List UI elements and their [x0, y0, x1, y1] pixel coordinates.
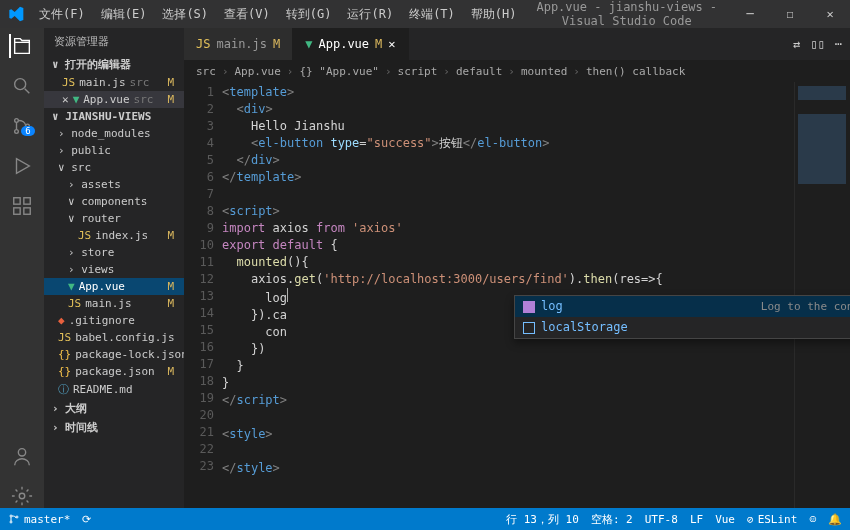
breadcrumb-item[interactable]: App.vue — [235, 65, 281, 78]
tree-item[interactable]: {} package.jsonM — [44, 363, 184, 380]
sync-status[interactable]: ⟳ — [82, 513, 91, 526]
menu-item[interactable]: 转到(G) — [279, 2, 339, 27]
compare-changes-icon[interactable]: ⇄ — [793, 37, 800, 51]
code-editor[interactable]: 1234567891011121314151617181920212223 <t… — [184, 82, 850, 508]
maximize-button[interactable]: ☐ — [770, 0, 810, 28]
tree-item[interactable]: › public — [44, 142, 184, 159]
notifications-icon[interactable]: 🔔 — [828, 512, 842, 527]
suggest-item[interactable]: localStorage — [515, 317, 850, 338]
breadcrumb-item[interactable]: {} "App.vue" — [299, 65, 378, 78]
tree-item[interactable]: ∨ router — [44, 210, 184, 227]
svg-point-0 — [15, 79, 26, 90]
editor-tabs: JS main.js M▼ App.vue M ✕ ⇄ ▯▯ ⋯ — [184, 28, 850, 60]
svg-point-2 — [15, 130, 19, 134]
tree-item[interactable]: › assets — [44, 176, 184, 193]
status-bar: master* ⟳ 行 13，列 10 空格: 2 UTF-8 LF Vue ⊘… — [0, 508, 850, 530]
svg-point-1 — [15, 119, 19, 123]
account-icon[interactable] — [10, 444, 34, 468]
window-title: App.vue - jianshu-views - Visual Studio … — [524, 0, 731, 28]
tree-item[interactable]: JS babel.config.js — [44, 329, 184, 346]
open-editor-item[interactable]: ✕ ▼ App.vue srcM — [44, 91, 184, 108]
menu-item[interactable]: 帮助(H) — [464, 2, 524, 27]
sidebar-title: 资源管理器 — [44, 28, 184, 55]
intellisense-popup[interactable]: logLog to the consolelocalStorage — [514, 295, 850, 339]
svg-rect-6 — [14, 208, 20, 214]
svg-rect-5 — [24, 198, 30, 204]
menu-item[interactable]: 选择(S) — [155, 2, 215, 27]
git-branch-status[interactable]: master* — [8, 513, 70, 526]
outline-section[interactable]: › 大纲 — [44, 399, 184, 418]
breadcrumb-item[interactable]: script — [398, 65, 438, 78]
menu-item[interactable]: 查看(V) — [217, 2, 277, 27]
debug-icon[interactable] — [10, 154, 34, 178]
tree-item[interactable]: ▼ App.vueM — [44, 278, 184, 295]
tree-item[interactable]: {} package-lock.json — [44, 346, 184, 363]
more-actions-icon[interactable]: ⋯ — [835, 37, 842, 51]
extensions-icon[interactable] — [10, 194, 34, 218]
eol-status[interactable]: LF — [690, 512, 703, 527]
tree-item[interactable]: › views — [44, 261, 184, 278]
breadcrumb-item[interactable]: default — [456, 65, 502, 78]
tree-item[interactable]: › store — [44, 244, 184, 261]
tree-item[interactable]: ∨ src — [44, 159, 184, 176]
menu-item[interactable]: 运行(R) — [340, 2, 400, 27]
breadcrumb[interactable]: src › App.vue › {} "App.vue" › script › … — [184, 60, 850, 82]
menu-item[interactable]: 终端(T) — [402, 2, 462, 27]
activity-bar: 6 — [0, 28, 44, 508]
tree-item[interactable]: JS index.jsM — [44, 227, 184, 244]
editor-area: JS main.js M▼ App.vue M ✕ ⇄ ▯▯ ⋯ src › A… — [184, 28, 850, 508]
tree-item[interactable]: JS main.jsM — [44, 295, 184, 312]
var-icon — [523, 322, 535, 334]
cursor-position[interactable]: 行 13，列 10 — [506, 512, 579, 527]
feedback-icon[interactable]: ☺ — [809, 512, 816, 527]
tree-item[interactable]: › node_modules — [44, 125, 184, 142]
svg-rect-4 — [14, 198, 20, 204]
encoding-status[interactable]: UTF-8 — [645, 512, 678, 527]
project-section[interactable]: ∨ JIANSHU-VIEWS — [44, 108, 184, 125]
search-icon[interactable] — [10, 74, 34, 98]
scm-badge: 6 — [21, 126, 34, 136]
menu-item[interactable]: 文件(F) — [32, 2, 92, 27]
timeline-section[interactable]: › 时间线 — [44, 418, 184, 437]
scm-icon[interactable]: 6 — [10, 114, 34, 138]
vscode-logo-icon — [0, 6, 32, 22]
method-icon — [523, 301, 535, 313]
menu-item[interactable]: 编辑(E) — [94, 2, 154, 27]
language-status[interactable]: Vue — [715, 512, 735, 527]
suggest-item[interactable]: logLog to the console — [515, 296, 850, 317]
breadcrumb-item[interactable]: mounted — [521, 65, 567, 78]
open-editor-item[interactable]: JS main.js srcM — [44, 74, 184, 91]
tree-item[interactable]: ∨ components — [44, 193, 184, 210]
explorer-sidebar: 资源管理器 ∨ 打开的编辑器 JS main.js srcM✕ ▼ App.vu… — [44, 28, 184, 508]
minimize-button[interactable]: ─ — [730, 0, 770, 28]
svg-point-11 — [10, 521, 12, 523]
svg-point-10 — [10, 515, 12, 517]
editor-tab[interactable]: JS main.js M — [184, 28, 293, 60]
spaces-status[interactable]: 空格: 2 — [591, 512, 633, 527]
menu-bar: 文件(F)编辑(E)选择(S)查看(V)转到(G)运行(R)终端(T)帮助(H) — [32, 2, 524, 27]
settings-gear-icon[interactable] — [10, 484, 34, 508]
svg-point-9 — [19, 493, 25, 499]
svg-point-8 — [18, 449, 25, 456]
eslint-status[interactable]: ⊘ ESLint — [747, 512, 797, 527]
tree-item[interactable]: ⓘ README.md — [44, 380, 184, 399]
title-bar: 文件(F)编辑(E)选择(S)查看(V)转到(G)运行(R)终端(T)帮助(H)… — [0, 0, 850, 28]
open-editors-section[interactable]: ∨ 打开的编辑器 — [44, 55, 184, 74]
split-editor-icon[interactable]: ▯▯ — [810, 37, 824, 51]
editor-tab[interactable]: ▼ App.vue M ✕ — [293, 28, 408, 60]
breadcrumb-item[interactable]: src — [196, 65, 216, 78]
svg-rect-7 — [24, 208, 30, 214]
breadcrumb-item[interactable]: then() callback — [586, 65, 685, 78]
close-window-button[interactable]: ✕ — [810, 0, 850, 28]
explorer-icon[interactable] — [9, 34, 33, 58]
tree-item[interactable]: ◆ .gitignore — [44, 312, 184, 329]
